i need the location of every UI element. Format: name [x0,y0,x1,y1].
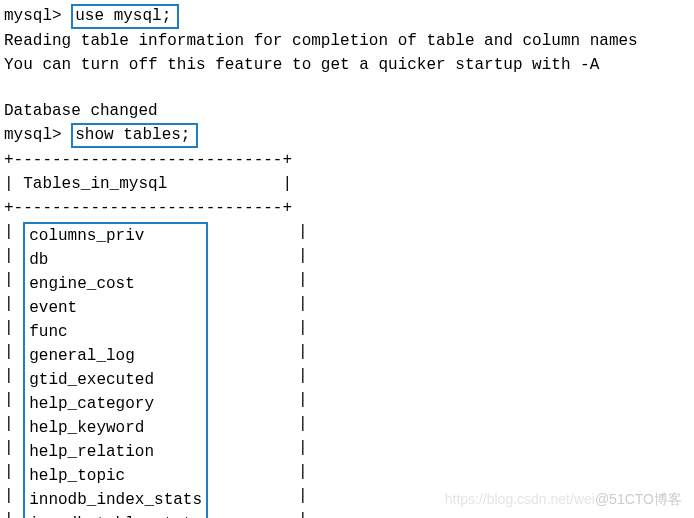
watermark-text: @51CTO博客 [595,491,682,507]
table-end-pipe: | [208,220,308,244]
table-end-pipe: | [208,340,308,364]
table-value: event [25,296,206,320]
table-pipe: | [4,340,23,364]
table-border-top: +----------------------------+ [4,148,690,172]
mysql-prompt: mysql> [4,7,62,25]
table-pipe: | [4,436,23,460]
table-pipe: | [4,508,23,518]
table-left-pipes: | | | | | | | | | | | | | | [4,220,23,518]
command-use-mysql: use mysql; [71,4,179,29]
table-value: func [25,320,206,344]
terminal-output-1: Reading table information for completion… [4,29,690,53]
table-value: general_log [25,344,206,368]
table-end-pipe: | [208,460,308,484]
table-end-pipe: | [208,364,308,388]
table-border-mid: +----------------------------+ [4,196,690,220]
terminal-line-1: mysql> use mysql; [4,4,690,29]
terminal-output-2: You can turn off this feature to get a q… [4,53,690,77]
table-pipe: | [4,244,23,268]
table-pipe: | [4,220,23,244]
table-pipe: | [4,388,23,412]
table-end-pipe: | [208,268,308,292]
table-body: | | | | | | | | | | | | | | columns_priv… [4,220,690,518]
table-end-pipe: | [208,292,308,316]
table-pipe: | [4,460,23,484]
table-end-pipe: | [208,388,308,412]
table-right-pipes: | | | | | | | | | | | | | | [208,220,308,518]
table-pipe: | [4,364,23,388]
blank-line [4,77,690,99]
table-value: engine_cost [25,272,206,296]
table-pipe: | [4,268,23,292]
table-pipe: | [4,484,23,508]
table-value: help_category [25,392,206,416]
table-pipe: | [4,412,23,436]
command-show-tables: show tables; [71,123,198,148]
table-value: help_topic [25,464,206,488]
table-end-pipe: | [208,436,308,460]
table-header: | Tables_in_mysql | [4,172,690,196]
table-end-pipe: | [208,316,308,340]
terminal-line-2: mysql> show tables; [4,123,690,148]
table-pipe: | [4,316,23,340]
table-end-pipe: | [208,508,308,518]
table-value: innodb_index_stats [25,488,206,512]
watermark-url: https://blog.csdn.net/wei [445,491,595,507]
table-end-pipe: | [208,244,308,268]
table-value: innodb_table_stats [25,512,206,518]
table-value: gtid_executed [25,368,206,392]
table-value: columns_priv [25,224,206,248]
table-value: db [25,248,206,272]
table-value: help_relation [25,440,206,464]
mysql-prompt: mysql> [4,126,62,144]
watermark: https://blog.csdn.net/wei@51CTO博客 [445,489,682,510]
table-pipe: | [4,292,23,316]
table-end-pipe: | [208,484,308,508]
table-values-highlighted: columns_priv db engine_cost event func g… [23,222,208,518]
terminal-output-3: Database changed [4,99,690,123]
table-end-pipe: | [208,412,308,436]
table-value: help_keyword [25,416,206,440]
